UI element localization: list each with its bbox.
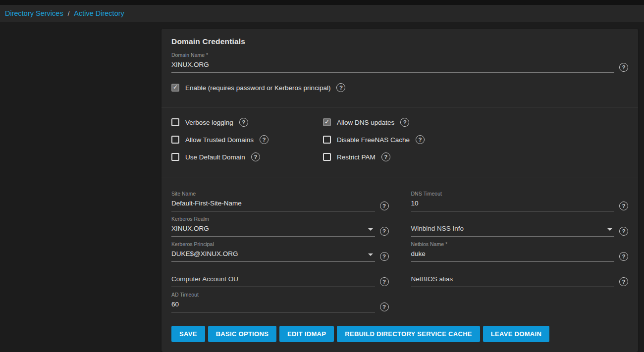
computer-account-ou-input[interactable]: Computer Account OU [171,274,375,287]
dropdown-arrow-icon [368,253,373,256]
computer-account-ou-field: Computer Account OU ? [171,262,389,287]
ad-timeout-input[interactable]: 60 [171,300,375,312]
kerberos-principal-select[interactable]: DUKE$@XINUX.ORG [171,249,375,262]
basic-options-button[interactable]: BASIC OPTIONS [208,326,276,342]
help-icon[interactable]: ? [380,302,389,311]
ad-timeout-field: AD Timeout 60 ? [171,287,389,312]
breadcrumb-separator: / [68,10,70,17]
edit-idmap-button[interactable]: EDIT IDMAP [279,326,334,342]
rebuild-directory-service-cache-button[interactable]: REBUILD DIRECTORY SERVICE CACHE [337,326,480,342]
kerberos-principal-field: Kerberos Principal DUKE$@XINUX.ORG ? [171,237,389,262]
domain-name-input[interactable]: XINUX.ORG [171,60,614,73]
verbose-logging-checkbox[interactable] [171,118,179,126]
dns-timeout-input[interactable]: 10 [411,199,615,211]
save-button[interactable]: SAVE [171,326,205,342]
breadcrumb-link-active-directory[interactable]: Active Directory [74,9,124,17]
allow-trusted-domains-row: Allow Trusted Domains ? [171,135,323,144]
help-icon[interactable]: ? [380,252,389,261]
help-icon[interactable]: ? [336,83,345,92]
section-divider [161,178,638,178]
help-icon[interactable]: ? [416,135,425,144]
winbind-nss-info-select[interactable]: Winbind NSS Info [411,224,615,237]
kerberos-realm-select[interactable]: XINUX.ORG [171,224,375,237]
winbind-nss-info-field: Winbind NSS Info ? [411,211,629,237]
help-icon[interactable]: ? [619,227,628,236]
netbios-alias-input[interactable]: NetBIOS alias [411,274,615,287]
disable-freenas-cache-checkbox[interactable] [323,136,331,144]
netbios-name-input[interactable]: duke [411,249,615,262]
help-icon[interactable]: ? [239,118,248,127]
enable-checkbox[interactable] [171,84,179,92]
section-divider [161,107,638,107]
allow-dns-updates-checkbox[interactable] [323,118,331,126]
restrict-pam-checkbox[interactable] [323,153,331,161]
help-icon[interactable]: ? [381,152,390,161]
dropdown-arrow-icon [607,228,612,231]
page-background: Domain Credentials Domain Name * XINUX.O… [0,22,644,352]
help-icon[interactable]: ? [619,201,628,210]
help-icon[interactable]: ? [619,252,628,261]
restrict-pam-row: Restrict PAM ? [323,152,425,161]
site-name-input[interactable]: Default-First-Site-Name [171,199,375,211]
card-title: Domain Credentials [171,37,628,46]
allow-dns-updates-row: Allow DNS updates ? [323,118,425,127]
dns-timeout-field: DNS Timeout 10 ? [411,186,629,211]
domain-name-field: Domain Name * XINUX.ORG ? [171,52,628,73]
help-icon[interactable]: ? [380,201,389,210]
window-top-strip [0,0,644,5]
enable-label: Enable (requires password or Kerberos pr… [185,84,330,92]
domain-credentials-card: Domain Credentials Domain Name * XINUX.O… [161,29,638,352]
help-icon[interactable]: ? [251,152,260,161]
site-name-field: Site Name Default-First-Site-Name ? [171,186,389,211]
netbios-name-field: Netbios Name * duke ? [411,237,629,262]
help-icon[interactable]: ? [260,135,268,144]
options-checkbox-grid: Verbose logging ? Allow DNS updates ? Al… [171,118,628,161]
help-icon[interactable]: ? [619,63,628,72]
use-default-domain-row: Use Default Domain ? [171,152,323,161]
domain-name-label: Domain Name * [171,52,628,58]
help-icon[interactable]: ? [619,277,628,286]
breadcrumb-link-directory-services[interactable]: Directory Services [5,9,63,17]
dropdown-arrow-icon [368,228,373,231]
help-icon[interactable]: ? [380,227,389,236]
netbios-alias-field: NetBIOS alias ? [411,262,629,287]
advanced-form-grid: Site Name Default-First-Site-Name ? DNS … [171,186,628,312]
use-default-domain-checkbox[interactable] [171,153,179,161]
disable-freenas-cache-row: Disable FreeNAS Cache ? [323,135,425,144]
help-icon[interactable]: ? [380,277,389,286]
breadcrumb: Directory Services / Active Directory [0,5,644,22]
leave-domain-button[interactable]: LEAVE DOMAIN [483,326,549,342]
verbose-logging-row: Verbose logging ? [171,118,323,127]
kerberos-realm-field: Kerberos Realm XINUX.ORG ? [171,211,389,237]
enable-row: Enable (requires password or Kerberos pr… [171,83,628,92]
empty-grid-cell [411,287,629,312]
help-icon[interactable]: ? [400,118,409,127]
allow-trusted-domains-checkbox[interactable] [171,136,179,144]
action-button-row: SAVE BASIC OPTIONS EDIT IDMAP REBUILD DI… [171,326,628,342]
